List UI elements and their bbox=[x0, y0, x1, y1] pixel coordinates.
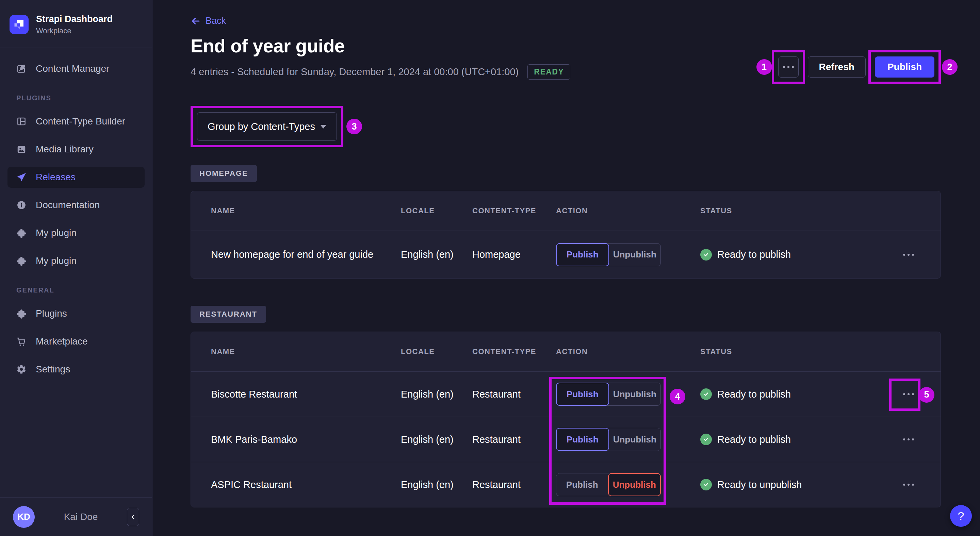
info-icon bbox=[16, 200, 27, 210]
column-action: ACTION bbox=[556, 347, 700, 356]
entry-name: Biscotte Restaurant bbox=[211, 389, 401, 400]
restaurant-table: NAME LOCALE CONTENT-TYPE ACTION STATUS B… bbox=[191, 331, 941, 507]
annotation-box-1: 1 bbox=[772, 50, 805, 84]
back-link[interactable]: Back bbox=[191, 16, 226, 26]
column-name: NAME bbox=[211, 347, 401, 356]
sidebar-item-label: Marketplace bbox=[36, 336, 88, 347]
page-title: End of year guide bbox=[191, 35, 570, 57]
sidebar-item-content-manager[interactable]: Content Manager bbox=[8, 58, 145, 79]
sidebar-item-releases[interactable]: Releases bbox=[8, 167, 145, 188]
puzzle-icon bbox=[16, 228, 27, 238]
workspace-subtitle: Workplace bbox=[36, 27, 113, 35]
column-action: ACTION bbox=[556, 206, 700, 215]
entry-content-type: Restaurant bbox=[472, 479, 556, 490]
entry-content-type: Restaurant bbox=[472, 434, 556, 445]
table-row: BMK Paris-Bamako English (en) Restaurant… bbox=[191, 417, 940, 462]
sidebar-item-my-plugin-1[interactable]: My plugin bbox=[8, 222, 145, 244]
help-button[interactable]: ? bbox=[950, 505, 972, 527]
toolbar: Group by Content-Types 3 bbox=[191, 106, 941, 147]
sidebar-item-label: Media Library bbox=[36, 144, 94, 155]
check-circle-icon bbox=[700, 479, 712, 490]
group-by-label: Group by Content-Types bbox=[208, 121, 315, 132]
column-name: NAME bbox=[211, 206, 401, 215]
unpublish-option[interactable]: Unpublish bbox=[609, 428, 661, 450]
workspace-title: Strapi Dashboard bbox=[36, 14, 113, 25]
ellipsis-icon bbox=[783, 66, 794, 68]
sidebar-item-label: Content Manager bbox=[36, 63, 109, 74]
status-badge: READY bbox=[527, 64, 570, 79]
publish-release-button[interactable]: Publish bbox=[875, 57, 934, 78]
sidebar-item-label: Releases bbox=[36, 172, 76, 182]
action-toggle: Publish Unpublish bbox=[556, 383, 661, 406]
entry-locale: English (en) bbox=[401, 389, 472, 400]
sidebar-item-media-library[interactable]: Media Library bbox=[8, 139, 145, 160]
ellipsis-icon bbox=[903, 254, 914, 256]
table-header: NAME LOCALE CONTENT-TYPE ACTION STATUS bbox=[191, 191, 940, 231]
collapse-sidebar-button[interactable] bbox=[127, 508, 139, 526]
unpublish-option[interactable]: Unpublish bbox=[608, 473, 661, 496]
publish-option[interactable]: Publish bbox=[556, 473, 608, 496]
sidebar-item-documentation[interactable]: Documentation bbox=[8, 195, 145, 216]
sidebar-item-plugins[interactable]: Plugins bbox=[8, 303, 145, 324]
column-content-type: CONTENT-TYPE bbox=[472, 347, 556, 356]
puzzle-icon bbox=[16, 308, 27, 319]
publish-option[interactable]: Publish bbox=[556, 428, 609, 451]
content-type-tag-homepage: HOMEPAGE bbox=[191, 165, 257, 182]
sidebar-item-settings[interactable]: Settings bbox=[8, 359, 145, 380]
entry-content-type: Restaurant bbox=[472, 389, 556, 400]
annotation-marker-1: 1 bbox=[756, 59, 772, 75]
entry-locale: English (en) bbox=[401, 434, 472, 445]
action-toggle: Publish Unpublish bbox=[556, 473, 661, 496]
sidebar-item-my-plugin-2[interactable]: My plugin bbox=[8, 250, 145, 271]
sidebar-footer: KD Kai Doe bbox=[0, 497, 152, 536]
row-more-button[interactable] bbox=[895, 438, 922, 441]
entry-locale: English (en) bbox=[401, 249, 472, 260]
status-text: Ready to publish bbox=[717, 249, 791, 260]
image-icon bbox=[16, 144, 27, 154]
avatar[interactable]: KD bbox=[13, 506, 35, 528]
sidebar-item-label: Plugins bbox=[36, 308, 67, 319]
workspace-brand[interactable]: Strapi Dashboard Workplace bbox=[0, 0, 152, 48]
ellipsis-icon bbox=[903, 393, 914, 395]
arrow-left-icon bbox=[191, 16, 201, 26]
sidebar-section-general: GENERAL bbox=[8, 286, 145, 294]
entry-name: New homepage for end of year guide bbox=[211, 249, 401, 260]
column-status: STATUS bbox=[700, 347, 895, 356]
publish-option[interactable]: Publish bbox=[556, 383, 609, 406]
content-type-tag-restaurant: RESTAURANT bbox=[191, 306, 266, 323]
action-toggle: Publish Unpublish bbox=[556, 243, 661, 266]
refresh-button[interactable]: Refresh bbox=[808, 57, 865, 78]
row-more-button[interactable] bbox=[895, 484, 922, 486]
column-status: STATUS bbox=[700, 206, 895, 215]
column-locale: LOCALE bbox=[401, 347, 472, 356]
table-row: Biscotte Restaurant English (en) Restaur… bbox=[191, 371, 940, 417]
page-header: End of year guide 4 entries - Scheduled … bbox=[191, 34, 941, 84]
entry-status: Ready to unpublish bbox=[700, 479, 895, 490]
ellipsis-icon bbox=[903, 438, 914, 441]
annotation-box-3: Group by Content-Types 3 bbox=[191, 106, 343, 147]
cart-icon bbox=[16, 336, 27, 347]
unpublish-option[interactable]: Unpublish bbox=[609, 244, 661, 266]
entry-locale: English (en) bbox=[401, 479, 472, 490]
pen-icon bbox=[16, 63, 27, 74]
release-more-button[interactable] bbox=[778, 57, 799, 78]
unpublish-option[interactable]: Unpublish bbox=[609, 383, 661, 405]
sidebar-item-label: Settings bbox=[36, 364, 70, 375]
annotation-marker-2: 2 bbox=[942, 59, 958, 75]
sidebar-item-content-type-builder[interactable]: Content-Type Builder bbox=[8, 111, 145, 132]
ellipsis-icon bbox=[903, 484, 914, 486]
release-subtitle: 4 entries - Scheduled for Sunday, Decemb… bbox=[191, 66, 519, 78]
chevron-down-icon bbox=[320, 125, 326, 128]
sidebar-item-marketplace[interactable]: Marketplace bbox=[8, 331, 145, 352]
chevron-left-icon bbox=[129, 513, 137, 521]
row-more-button[interactable] bbox=[895, 254, 922, 256]
check-circle-icon bbox=[700, 249, 712, 260]
publish-option[interactable]: Publish bbox=[556, 243, 609, 266]
row-more-button[interactable] bbox=[895, 393, 922, 395]
group-by-dropdown[interactable]: Group by Content-Types bbox=[197, 112, 337, 141]
entry-content-type: Homepage bbox=[472, 249, 556, 260]
status-text: Ready to publish bbox=[717, 434, 791, 445]
strapi-dashboard: Strapi Dashboard Workplace Content Manag… bbox=[0, 0, 980, 536]
main-content: Back End of year guide 4 entries - Sched… bbox=[153, 0, 980, 536]
strapi-logo-icon bbox=[10, 15, 29, 34]
